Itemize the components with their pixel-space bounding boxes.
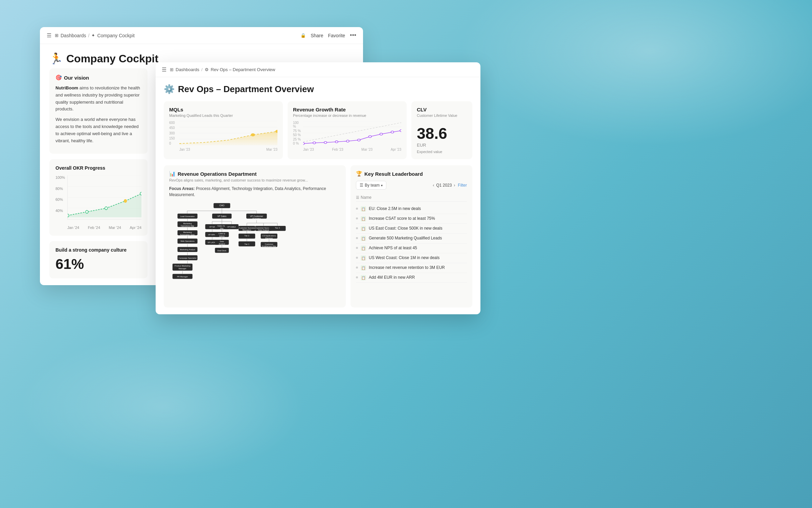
bottom-section: 📊 Revenue Operations Department RevOps a… [164,165,472,308]
svg-text:Success: Success [252,217,261,220]
culture-percent: 61% [55,256,141,272]
clv-currency: EUR [417,143,467,148]
dept-title-icon: 📊 [169,171,176,177]
bullet-icon [356,276,358,278]
breadcrumb-page[interactable]: Company Cockpit [97,33,135,38]
leaderboard-title-text: Key Result Leaderboard [364,171,423,177]
revenue-chart-area [303,121,401,145]
revenue-title: Revenue Growth Rate [293,107,401,112]
chevron-down-icon: ▾ [381,184,383,187]
svg-text:Operations Mgr: Operations Mgr [181,225,194,227]
okr-y-labels: 100% 80% 60% 40% [55,175,65,219]
vision-card: 🎯 Our vision NutriBoom aims to revolutio… [49,68,148,154]
revenue-x-labels: Jan '23 Feb '23 Mar '23 Apr '23 [303,148,401,151]
svg-text:VP Customer: VP Customer [250,215,264,217]
filter-link[interactable]: Filter [458,183,467,188]
item-text: Increase CSAT score to at least 75% [369,216,435,221]
by-team-filter[interactable]: ☰ By team ▾ [356,181,386,190]
svg-text:Product Marketing: Product Marketing [175,265,190,267]
bullet-icon [356,217,358,219]
dept-card: 📊 Revenue Operations Department RevOps a… [164,165,346,308]
vision-icon: 🎯 [55,75,62,81]
inner-title-text: Rev Ops – Department Overview [178,84,314,94]
revenue-chart: 100 % 75 % 50 % 25 % 0 % [293,121,401,151]
list-item: 📋 EU: Close 2.5M in new deals [356,204,467,214]
lock-icon: 🔒 [300,33,306,38]
svg-marker-14 [179,131,277,145]
svg-point-6 [86,211,88,214]
list-item: 📋 Increase CSAT score to at least 75% [356,214,467,224]
lb-period: ‹ Q1 2023 › [433,183,455,188]
svg-point-24 [324,142,327,144]
svg-text:Web Operations: Web Operations [180,240,194,242]
dept-title-text: Revenue Operations Department [178,171,256,177]
svg-text:Data Analyst: Data Analyst [258,229,269,231]
mql-x-labels: Jan '23 Mar '23 [179,148,277,151]
clv-title: CLV [417,107,467,112]
inner-grid-icon: ⊞ [170,67,174,72]
svg-text:PR Manager: PR Manager [177,276,188,278]
more-options-icon[interactable]: ••• [350,32,356,39]
svg-point-15 [251,134,254,136]
bullet-icon [356,208,358,210]
leaderboard-list: 📋 EU: Close 2.5M in new deals 📋 Increase… [356,204,467,283]
item-type-icon: 📋 [361,216,366,221]
inner-topbar: ☰ ⊞ Dashboards / ⚙ Rev Ops – Department … [156,62,480,77]
breadcrumb-sep1: / [88,33,90,38]
breadcrumb-icon: ✦ [91,33,95,38]
item-text: EU: Close 2.5M in new deals [369,206,421,211]
filter-label: By team [365,183,380,188]
okr-x-labels: Jan '24 Feb '24 Mar '24 Apr '24 [67,226,141,230]
svg-point-26 [346,140,349,142]
dept-card-title: 📊 Revenue Operations Department [169,171,340,177]
inner-breadcrumb-dashboards[interactable]: Dashboards [176,67,199,72]
bullet-icon [356,247,358,249]
name-icon: ☰ [356,195,359,200]
svg-text:Deal Desk: Deal Desk [218,250,227,252]
svg-text:VP EMEA: VP EMEA [227,226,236,228]
svg-point-22 [303,143,304,145]
svg-text:Managers: Managers [243,229,251,231]
favorite-button[interactable]: Favorite [328,33,345,38]
breadcrumb: ⊞ Dashboards / ✦ Company Cockpit [55,33,297,38]
dept-card-sub: RevOps aligns sales, marketing, and cust… [169,178,340,182]
clv-expected: Expected value [417,150,467,154]
hamburger-icon[interactable]: ☰ [47,32,51,39]
item-type-icon: 📋 [361,275,366,280]
prev-period-button[interactable]: ‹ [433,183,434,188]
svg-text:Campaign Specialist: Campaign Specialist [179,257,197,259]
share-button[interactable]: Share [311,33,323,38]
svg-point-25 [335,141,338,143]
inner-breadcrumb-page[interactable]: Rev Ops – Department Overview [211,67,275,72]
okr-chart: 100% 80% 60% 40% [55,175,141,230]
item-type-icon: 📋 [361,255,366,261]
list-item: 📋 Achieve NPS of at least 45 [356,244,467,253]
mql-card: MQLs Marketing Qualified Leads this Quar… [164,101,283,159]
svg-point-5 [68,214,69,217]
svg-text:Customer: Customer [265,243,273,245]
okr-chart-area [67,175,141,219]
culture-title: Build a strong company culture [55,247,141,253]
inner-hamburger-icon[interactable]: ☰ [162,66,166,73]
svg-text:CS Applications: CS Applications [262,235,276,237]
bullet-icon [356,267,358,269]
svg-text:Mgr: Mgr [220,227,224,229]
left-panel: 🎯 Our vision NutriBoom aims to revolutio… [49,68,154,278]
item-type-icon: 📋 [361,265,366,271]
svg-text:Manager: Manager [265,237,273,239]
svg-text:Automation Spec: Automation Spec [180,234,195,236]
svg-point-27 [358,139,360,141]
item-text: Generate 500 Marketing Qualified Leads [369,236,442,240]
svg-text:Marketing: Marketing [183,231,192,233]
breadcrumb-dashboards[interactable]: Dashboards [61,33,86,38]
revenue-card: Revenue Growth Rate Percentage increase … [288,101,407,159]
inner-page-title: ⚙️ Rev Ops – Department Overview [164,84,472,94]
svg-text:Tier 1: Tier 1 [244,243,249,245]
next-period-button[interactable]: › [454,183,455,188]
svg-text:CRM Sr: CRM Sr [219,233,225,235]
culture-card: Build a strong company culture 61% [49,241,148,278]
leaderboard-icon: 🏆 [356,171,362,177]
filter-icon: ☰ [360,183,363,188]
item-text: Increase net revenue retention to 3M EUR [369,265,445,270]
item-type-icon: 📋 [361,206,366,212]
